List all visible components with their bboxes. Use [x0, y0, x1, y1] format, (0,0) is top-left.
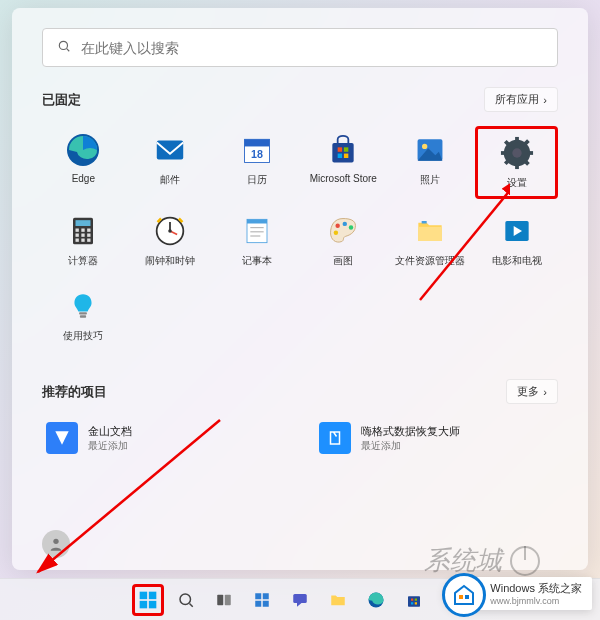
svg-rect-32: [87, 234, 90, 237]
app-label: Edge: [72, 173, 95, 184]
svg-rect-53: [79, 312, 87, 314]
app-tile-calculator[interactable]: 计算器: [42, 207, 125, 274]
svg-rect-10: [338, 154, 342, 158]
calendar-icon: 18: [239, 132, 275, 168]
svg-point-39: [168, 229, 172, 233]
svg-rect-31: [82, 234, 85, 237]
watermark-cn: 系统城: [424, 543, 540, 578]
taskbar-store-button[interactable]: [398, 584, 430, 616]
start-menu: 已固定 所有应用 › Edge 邮件 18 日历: [12, 8, 588, 570]
svg-rect-61: [140, 600, 148, 608]
taskbar-explorer-button[interactable]: [322, 584, 354, 616]
app-tile-mail[interactable]: 邮件: [129, 126, 212, 199]
app-label: 使用技巧: [63, 329, 103, 343]
svg-rect-17: [515, 137, 519, 143]
user-row[interactable]: [42, 530, 70, 558]
svg-point-47: [349, 225, 353, 229]
recommended-item[interactable]: 金山文档 最近添加: [42, 418, 285, 458]
taskbar-start-button[interactable]: [132, 584, 164, 616]
app-label: 日历: [247, 173, 267, 187]
settings-icon: [499, 135, 535, 171]
watermark-url: www.bjmmlv.com: [490, 596, 582, 606]
mail-icon: [152, 132, 188, 168]
app-tile-clock[interactable]: 闹钟和时钟: [129, 207, 212, 274]
svg-rect-27: [76, 229, 79, 232]
svg-rect-82: [465, 595, 469, 599]
svg-rect-65: [217, 594, 223, 605]
svg-rect-66: [225, 594, 231, 605]
user-avatar-icon: [42, 530, 70, 558]
svg-rect-7: [333, 143, 354, 163]
taskbar-chat-button[interactable]: [284, 584, 316, 616]
svg-rect-75: [411, 598, 413, 600]
calculator-icon: [65, 213, 101, 249]
svg-rect-71: [293, 594, 307, 603]
app-label: 电影和电视: [492, 254, 542, 268]
app-tile-explorer[interactable]: 文件资源管理器: [389, 207, 472, 274]
svg-rect-35: [87, 239, 90, 242]
svg-rect-77: [411, 602, 413, 604]
app-label: 文件资源管理器: [395, 254, 465, 268]
svg-rect-19: [501, 151, 507, 155]
recommended-title: 推荐的项目: [42, 383, 107, 401]
app-label: 照片: [420, 173, 440, 187]
svg-rect-34: [82, 239, 85, 242]
search-input[interactable]: [81, 40, 543, 56]
app-tile-movies[interactable]: 电影和电视: [475, 207, 558, 274]
app-tile-edge[interactable]: Edge: [42, 126, 125, 199]
edge-icon: [65, 132, 101, 168]
power-icon: [510, 546, 540, 576]
app-tile-calendar[interactable]: 18 日历: [215, 126, 298, 199]
taskbar-edge-button[interactable]: [360, 584, 392, 616]
svg-rect-68: [263, 593, 269, 599]
taskbar-search-button[interactable]: [170, 584, 202, 616]
app-label: Microsoft Store: [310, 173, 377, 184]
recommended-text: 嗨格式数据恢复大师 最近添加: [361, 424, 460, 453]
all-apps-button[interactable]: 所有应用 ›: [484, 87, 558, 112]
svg-rect-69: [255, 600, 261, 606]
recommended-text: 金山文档 最近添加: [88, 424, 132, 453]
taskbar-taskview-button[interactable]: [208, 584, 240, 616]
app-tile-store[interactable]: Microsoft Store: [302, 126, 385, 199]
svg-rect-76: [415, 598, 417, 600]
wps-icon: [46, 422, 78, 454]
app-label: 邮件: [160, 173, 180, 187]
svg-rect-60: [149, 591, 157, 599]
svg-rect-50: [422, 221, 427, 224]
app-tile-tips[interactable]: 使用技巧: [42, 282, 125, 349]
recommended-header: 推荐的项目 更多 ›: [42, 379, 558, 404]
app-tile-notepad[interactable]: 记事本: [215, 207, 298, 274]
svg-point-46: [343, 222, 347, 226]
recovery-icon: [319, 422, 351, 454]
chevron-right-icon: ›: [543, 94, 547, 106]
pinned-header: 已固定 所有应用 ›: [42, 87, 558, 112]
explorer-icon: [412, 213, 448, 249]
svg-point-63: [180, 594, 191, 605]
recommended-item[interactable]: 嗨格式数据恢复大师 最近添加: [315, 418, 558, 458]
more-button[interactable]: 更多 ›: [506, 379, 558, 404]
chevron-right-icon: ›: [543, 386, 547, 398]
search-box[interactable]: [42, 28, 558, 67]
app-tile-settings[interactable]: 设置: [475, 126, 558, 199]
recommended-item-subtitle: 最近添加: [361, 439, 460, 453]
app-tile-paint[interactable]: 画图: [302, 207, 385, 274]
svg-point-45: [336, 223, 340, 227]
svg-rect-11: [344, 154, 348, 158]
recommended-item-subtitle: 最近添加: [88, 439, 132, 453]
svg-rect-5: [244, 139, 269, 146]
notepad-icon: [239, 213, 275, 249]
svg-rect-18: [515, 163, 519, 169]
tips-icon: [65, 288, 101, 324]
taskbar-widgets-button[interactable]: [246, 584, 278, 616]
app-tile-photos[interactable]: 照片: [389, 126, 472, 199]
svg-point-55: [53, 539, 58, 544]
svg-line-64: [189, 603, 192, 606]
svg-marker-72: [297, 603, 302, 607]
watermark-title: Windows 系统之家: [490, 581, 582, 596]
svg-rect-30: [76, 234, 79, 237]
svg-point-13: [422, 144, 427, 149]
svg-rect-78: [415, 602, 417, 604]
svg-rect-62: [149, 600, 157, 608]
svg-rect-41: [247, 219, 267, 223]
app-label: 画图: [333, 254, 353, 268]
